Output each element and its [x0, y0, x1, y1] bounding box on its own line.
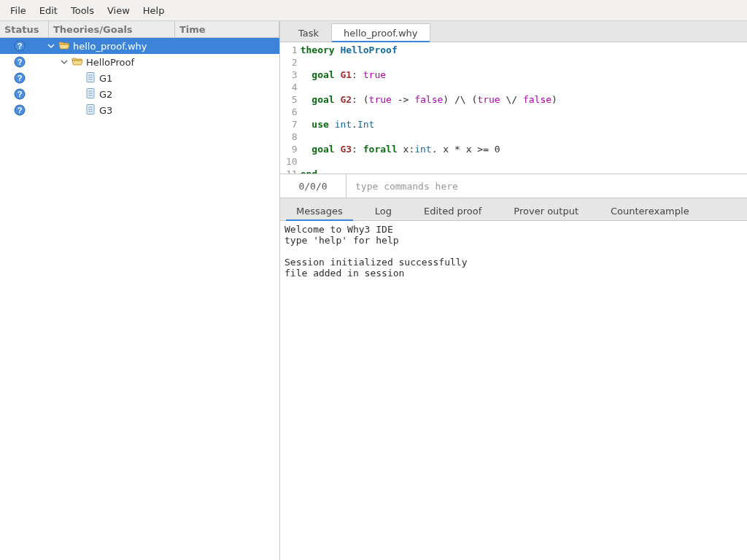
- question-icon: [14, 104, 26, 116]
- menu-bar: FileEditToolsViewHelp: [0, 0, 747, 21]
- label-cell: hello_proof.why: [39, 40, 185, 52]
- code-view[interactable]: 1234567891011 theory HelloProof goal G1:…: [280, 42, 747, 174]
- expander-none: [73, 106, 82, 114]
- status-cell: [0, 104, 39, 116]
- tree-row[interactable]: G1: [0, 70, 279, 86]
- status-cell: [0, 56, 39, 68]
- tree-panel: Status Theories/Goals Time hello_proof.w…: [0, 21, 280, 560]
- command-bar: 0/0/0: [280, 174, 747, 198]
- message-tab[interactable]: Edited proof: [414, 201, 492, 220]
- label-cell: G3: [39, 104, 185, 117]
- question-icon: [14, 88, 26, 100]
- expander-none: [73, 90, 82, 98]
- menu-help[interactable]: Help: [137, 4, 171, 18]
- status-cell: [0, 88, 39, 100]
- tree-item-label: G3: [99, 105, 112, 116]
- editor-tabs: Taskhello_proof.why: [280, 21, 747, 42]
- message-tab[interactable]: Messages: [286, 201, 353, 220]
- question-icon: [14, 72, 26, 84]
- label-cell: G2: [39, 88, 185, 101]
- col-time[interactable]: Time: [175, 21, 279, 37]
- tree-item-label: G2: [99, 89, 112, 100]
- label-cell: G1: [39, 71, 185, 85]
- status-cell: [0, 40, 39, 52]
- col-status[interactable]: Status: [0, 21, 49, 37]
- expander-open-icon[interactable]: [47, 42, 55, 50]
- menu-view[interactable]: View: [101, 4, 136, 18]
- right-panel: Taskhello_proof.why 1234567891011 theory…: [280, 21, 747, 560]
- label-cell: HelloProof: [39, 56, 185, 69]
- tree[interactable]: hello_proof.whyHelloProofG1G2G3: [0, 38, 279, 560]
- message-tab[interactable]: Prover output: [503, 201, 589, 220]
- messages-area[interactable]: Welcome to Why3 IDE type 'help' for help…: [280, 221, 747, 560]
- folder-open-icon: [58, 40, 70, 52]
- proof-counter: 0/0/0: [280, 174, 347, 198]
- col-theories[interactable]: Theories/Goals: [49, 21, 175, 37]
- tree-row[interactable]: hello_proof.why: [0, 38, 279, 54]
- menu-tools[interactable]: Tools: [65, 4, 100, 18]
- editor-tab[interactable]: Task: [286, 23, 331, 42]
- line-gutter: 1234567891011: [280, 42, 301, 174]
- tree-header: Status Theories/Goals Time: [0, 21, 279, 38]
- document-icon: [85, 104, 96, 117]
- question-icon: [14, 56, 26, 68]
- document-icon: [85, 88, 96, 101]
- menu-file[interactable]: File: [4, 4, 32, 18]
- tree-item-label: hello_proof.why: [73, 41, 147, 52]
- tree-row[interactable]: HelloProof: [0, 54, 279, 70]
- document-icon: [85, 71, 96, 85]
- expander-none: [73, 74, 82, 82]
- command-input[interactable]: [347, 174, 747, 198]
- code-lines[interactable]: theory HelloProof goal G1: true goal G2:…: [301, 42, 557, 174]
- message-tab[interactable]: Log: [365, 201, 402, 220]
- tree-row[interactable]: G2: [0, 86, 279, 102]
- tree-row[interactable]: G3: [0, 102, 279, 118]
- message-tabs: MessagesLogEdited proofProver outputCoun…: [280, 198, 747, 221]
- editor-tab[interactable]: hello_proof.why: [331, 23, 430, 42]
- message-tab[interactable]: Counterexample: [600, 201, 700, 220]
- tree-item-label: HelloProof: [86, 57, 134, 68]
- tree-item-label: G1: [99, 73, 112, 84]
- question-icon: [14, 40, 26, 52]
- menu-edit[interactable]: Edit: [34, 4, 63, 18]
- expander-open-icon[interactable]: [60, 58, 69, 66]
- folder-open-icon: [71, 56, 83, 69]
- status-cell: [0, 72, 39, 84]
